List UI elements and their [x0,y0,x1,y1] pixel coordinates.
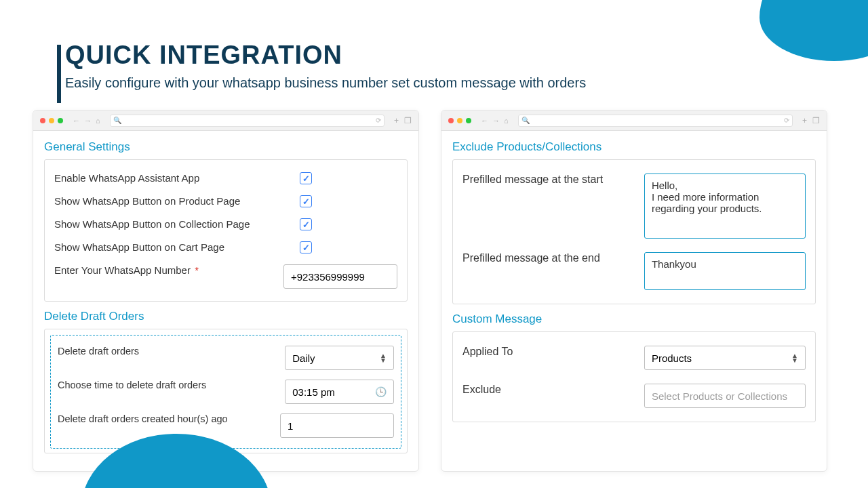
whatsapp-number-label: Enter Your WhatsApp Number * [54,264,275,276]
search-icon: 🔍 [521,117,530,124]
address-bar[interactable]: 🔍 ⟳ [518,115,793,127]
reload-icon[interactable]: ⟳ [784,117,789,124]
hours-ago-input[interactable] [280,413,394,438]
browser-chrome: ← → ⌂ 🔍 ⟳ + ❐ [33,110,418,131]
panels-row: ← → ⌂ 🔍 ⟳ + ❐ General Settings Enable Wh… [0,110,868,472]
prefilled-end-textarea[interactable] [644,252,806,290]
exclude-select[interactable]: Select Products or Collections [644,384,806,408]
row-delete-drafts: Delete draft orders Daily ▲▼ [58,341,394,375]
maximize-dot[interactable] [58,118,63,123]
delete-drafts-label: Delete draft orders [58,346,277,357]
back-icon[interactable]: ← [73,117,80,125]
browser-right-icons: + ❐ [802,116,820,125]
hours-ago-label: Delete draft orders created hour(s) ago [58,413,272,424]
exclude-label: Exclude [462,384,636,396]
prefilled-start-label: Prefilled message at the start [462,174,636,186]
hero-section: QUICK INTEGRATION Easily configure with … [0,0,868,110]
enable-app-label: Enable WhatsApp Assistant App [54,172,292,184]
exclude-box: Prefilled message at the start Prefilled… [452,159,816,304]
close-dot[interactable] [448,118,454,123]
new-tab-icon[interactable]: + [802,116,807,125]
custom-message-heading: Custom Message [452,312,816,326]
home-icon[interactable]: ⌂ [504,117,509,125]
close-dot[interactable] [40,118,45,123]
hero-accent-bar [57,45,61,103]
applied-to-label: Applied To [462,346,636,358]
forward-icon[interactable]: → [84,117,92,125]
custom-message-box: Applied To Products ▲▼ Exclude Select Pr… [452,331,816,422]
show-product-checkbox[interactable]: ✓ [300,195,312,207]
enable-app-checkbox[interactable]: ✓ [300,172,312,184]
windows-icon[interactable]: ❐ [404,116,412,125]
row-prefilled-start: Prefilled message at the start [462,167,806,245]
home-icon[interactable]: ⌂ [96,117,100,125]
windows-icon[interactable]: ❐ [812,116,820,125]
row-whatsapp-number: Enter Your WhatsApp Number * [54,259,397,294]
chevron-updown-icon: ▲▼ [380,353,387,363]
row-prefilled-end: Prefilled message at the end [462,245,806,297]
page-subtitle: Easily configure with your whatsapp busi… [65,75,868,91]
browser-right-icons: + ❐ [394,116,412,125]
new-tab-icon[interactable]: + [394,116,399,125]
delete-time-input[interactable]: 03:15 pm 🕒 [285,380,394,404]
exclude-heading: Exclude Products/Collections [452,140,816,154]
left-pane-body: General Settings Enable WhatsApp Assista… [33,131,418,471]
delete-time-label: Choose time to delete draft orders [58,380,277,390]
prefilled-start-textarea[interactable] [644,174,806,239]
search-icon: 🔍 [113,117,121,124]
row-show-product: Show WhatsApp Button on Product Page ✓ [54,190,397,213]
delete-drafts-heading: Delete Draft Orders [44,310,408,323]
nav-arrows: ← → ⌂ [481,117,509,125]
show-cart-label: Show WhatsApp Button on Cart Page [54,241,292,253]
show-cart-checkbox[interactable]: ✓ [300,241,312,253]
browser-window-right: ← → ⌂ 🔍 ⟳ + ❐ Exclude Products/Collectio… [441,110,827,472]
traffic-lights [448,118,471,123]
row-show-collection: Show WhatsApp Button on Collection Page … [54,213,397,236]
delete-frequency-select[interactable]: Daily ▲▼ [285,346,394,370]
nav-arrows: ← → ⌂ [73,117,100,125]
show-product-label: Show WhatsApp Button on Product Page [54,195,292,207]
browser-chrome: ← → ⌂ 🔍 ⟳ + ❐ [441,110,827,131]
row-show-cart: Show WhatsApp Button on Cart Page ✓ [54,236,397,259]
forward-icon[interactable]: → [492,117,500,125]
minimize-dot[interactable] [49,118,54,123]
whatsapp-number-input[interactable] [283,264,397,289]
general-settings-box: Enable WhatsApp Assistant App ✓ Show Wha… [44,159,408,302]
maximize-dot[interactable] [466,118,471,123]
page-title: QUICK INTEGRATION [65,41,868,70]
row-hours-ago: Delete draft orders created hour(s) ago [58,409,394,443]
right-pane-body: Exclude Products/Collections Prefilled m… [441,131,827,440]
delete-drafts-dashed-group: Delete draft orders Daily ▲▼ Choose time… [50,335,401,449]
general-settings-heading: General Settings [44,140,408,154]
delete-drafts-box: Delete draft orders Daily ▲▼ Choose time… [44,329,408,453]
row-delete-time: Choose time to delete draft orders 03:15… [58,375,394,409]
required-mark: * [195,264,199,276]
clock-icon: 🕒 [375,386,387,397]
chevron-updown-icon: ▲▼ [791,353,798,363]
prefilled-end-label: Prefilled message at the end [462,252,636,264]
row-enable-app: Enable WhatsApp Assistant App ✓ [54,167,397,190]
address-bar[interactable]: 🔍 ⟳ [110,115,384,127]
back-icon[interactable]: ← [481,117,488,125]
row-applied-to: Applied To Products ▲▼ [462,339,806,377]
show-collection-label: Show WhatsApp Button on Collection Page [54,218,292,230]
reload-icon[interactable]: ⟳ [376,117,381,124]
browser-window-left: ← → ⌂ 🔍 ⟳ + ❐ General Settings Enable Wh… [33,110,419,472]
minimize-dot[interactable] [457,118,462,123]
applied-to-select[interactable]: Products ▲▼ [644,346,806,370]
traffic-lights [40,118,63,123]
show-collection-checkbox[interactable]: ✓ [300,218,312,230]
row-exclude: Exclude Select Products or Collections [462,377,806,415]
